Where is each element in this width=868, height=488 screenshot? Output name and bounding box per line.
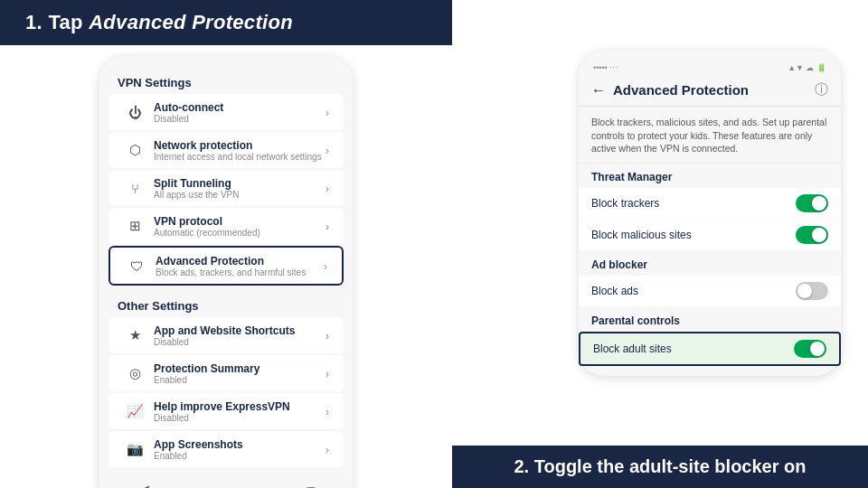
split-sub: All apps use the VPN <box>154 190 326 200</box>
phone-right: ••••• ⋅⋅⋅ ▲▼ ☁ 🔋 ← Advanced Protection ⓘ… <box>579 51 841 376</box>
step1-italic: Advanced Protection <box>89 11 293 33</box>
left-panel: 1. Tap Advanced Protection VPN Settings … <box>0 0 452 488</box>
step1-text: Tap <box>48 11 89 33</box>
summary-text: Protection Summary Enabled <box>146 362 326 385</box>
menu-item-help[interactable]: 📈 Help improve ExpressVPN Disabled › <box>108 393 344 429</box>
menu-item-protection-summary[interactable]: ◎ Protection Summary Enabled › <box>108 355 344 391</box>
help-icon: 📈 <box>123 399 146 423</box>
block-ads-row[interactable]: Block ads <box>579 276 841 306</box>
protocol-arrow: › <box>326 220 329 233</box>
phone-left: VPN Settings ⏻ Auto-connect Disabled › ⬡… <box>99 56 353 488</box>
help-title: Help improve ExpressVPN <box>154 400 326 413</box>
vpn-section-header: VPN Settings <box>99 70 353 93</box>
auto-connect-sub: Disabled <box>154 114 326 124</box>
advanced-protection-sub: Block ads, trackers, and harmful sites <box>156 267 324 277</box>
block-trackers-toggle[interactable] <box>796 194 828 212</box>
auto-connect-text: Auto-connect Disabled <box>146 101 326 124</box>
menu-item-vpn-protocol[interactable]: ⊞ VPN protocol Automatic (recommended) › <box>108 208 344 244</box>
back-button[interactable]: ← <box>591 82 606 99</box>
auto-connect-icon: ⏻ <box>123 100 146 124</box>
help-text: Help improve ExpressVPN Disabled <box>146 400 326 423</box>
info-icon[interactable]: ⓘ <box>815 81 828 99</box>
parental-controls-title: Parental controls <box>579 307 841 331</box>
screenshots-text: App Screenshots Enabled <box>146 438 326 461</box>
split-arrow: › <box>326 182 329 195</box>
menu-item-screenshots[interactable]: 📷 App Screenshots Enabled › <box>108 431 344 467</box>
menu-item-auto-connect[interactable]: ⏻ Auto-connect Disabled › <box>108 94 344 130</box>
summary-sub: Enabled <box>154 375 326 385</box>
block-malicious-row[interactable]: Block malicious sites <box>579 220 841 250</box>
block-trackers-label: Block trackers <box>591 197 796 210</box>
nav-home-icon[interactable]: ● <box>222 482 232 489</box>
summary-title: Protection Summary <box>154 362 326 375</box>
menu-item-shortcuts[interactable]: ★ App and Website Shortcuts Disabled › <box>108 317 344 353</box>
help-sub: Disabled <box>154 413 326 423</box>
network-arrow: › <box>326 144 329 157</box>
shortcuts-title: App and Website Shortcuts <box>154 324 326 337</box>
block-adult-toggle[interactable] <box>794 340 826 358</box>
split-title: Split Tunneling <box>154 177 326 190</box>
screenshots-arrow: › <box>326 443 329 456</box>
block-adult-label: Block adult sites <box>593 343 794 355</box>
screen-header: ← Advanced Protection ⓘ <box>579 78 841 107</box>
summary-arrow: › <box>326 367 329 380</box>
phone-nav-bar: ◀ ● ■ <box>99 474 353 488</box>
block-malicious-toggle[interactable] <box>796 226 828 244</box>
network-sub: Internet access and local network settin… <box>154 152 326 162</box>
protocol-icon: ⊞ <box>123 214 146 238</box>
nav-back-icon[interactable]: ◀ <box>137 481 149 488</box>
summary-icon: ◎ <box>123 361 146 385</box>
network-text: Network protection Internet access and l… <box>146 139 326 162</box>
advanced-protection-arrow: › <box>324 259 327 273</box>
screen-title: Advanced Protection <box>613 82 815 98</box>
screenshots-sub: Enabled <box>154 451 326 461</box>
protocol-title: VPN protocol <box>154 215 326 228</box>
network-title: Network protection <box>154 139 326 152</box>
protocol-text: VPN protocol Automatic (recommended) <box>146 215 326 238</box>
threat-manager-title: Threat Manager <box>579 164 841 187</box>
advanced-protection-text: Advanced Protection Block ads, trackers,… <box>148 255 324 277</box>
status-right: ▲▼ ☁ 🔋 <box>788 63 826 72</box>
screenshots-title: App Screenshots <box>154 438 326 451</box>
menu-item-advanced-protection[interactable]: 🛡 Advanced Protection Block ads, tracker… <box>108 246 344 286</box>
step1-label: 1. Tap Advanced Protection <box>0 0 452 45</box>
shortcuts-icon: ★ <box>123 324 146 347</box>
shortcuts-text: App and Website Shortcuts Disabled <box>146 324 326 347</box>
auto-connect-arrow: › <box>326 106 329 119</box>
block-malicious-label: Block malicious sites <box>591 229 796 241</box>
block-trackers-row[interactable]: Block trackers <box>579 188 841 219</box>
status-left: ••••• ⋅⋅⋅ <box>593 63 618 72</box>
right-panel: ••••• ⋅⋅⋅ ▲▼ ☁ 🔋 ← Advanced Protection ⓘ… <box>452 0 868 488</box>
help-arrow: › <box>326 405 329 418</box>
split-text: Split Tunneling All apps use the VPN <box>146 177 326 200</box>
block-ads-label: Block ads <box>591 285 796 297</box>
block-ads-toggle[interactable] <box>796 282 828 300</box>
advanced-protection-title: Advanced Protection <box>156 255 324 267</box>
ad-blocker-title: Ad blocker <box>579 251 841 275</box>
auto-connect-title: Auto-connect <box>154 101 326 114</box>
network-icon: ⬡ <box>123 138 146 162</box>
menu-item-split[interactable]: ⑂ Split Tunneling All apps use the VPN › <box>108 170 344 206</box>
step2-label: 2. Toggle the adult-site blocker on <box>452 446 868 488</box>
status-bar: ••••• ⋅⋅⋅ ▲▼ ☁ 🔋 <box>579 63 841 78</box>
nav-recent-icon[interactable]: ■ <box>306 482 316 489</box>
menu-item-network[interactable]: ⬡ Network protection Internet access and… <box>108 132 344 168</box>
step1-number: 1. <box>25 11 42 33</box>
shortcuts-sub: Disabled <box>154 337 326 347</box>
shortcuts-arrow: › <box>326 329 329 343</box>
screenshots-icon: 📷 <box>123 437 146 461</box>
screen-description: Block trackers, malicious sites, and ads… <box>579 107 841 164</box>
protocol-sub: Automatic (recommended) <box>154 228 326 238</box>
split-icon: ⑂ <box>123 176 146 200</box>
block-adult-row[interactable]: Block adult sites <box>579 332 841 366</box>
other-section-header: Other Settings <box>99 294 353 316</box>
advanced-protection-icon: 🛡 <box>125 254 148 277</box>
